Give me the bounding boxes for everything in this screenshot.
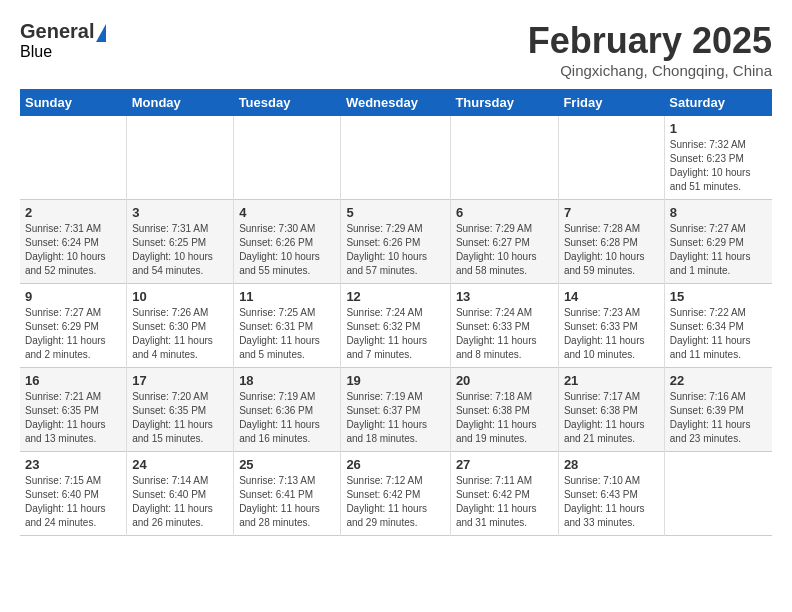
day-number: 2: [25, 205, 121, 220]
day-info: Sunrise: 7:29 AM Sunset: 6:27 PM Dayligh…: [456, 222, 553, 278]
calendar-week-row: 2Sunrise: 7:31 AM Sunset: 6:24 PM Daylig…: [20, 200, 772, 284]
calendar-cell: 8Sunrise: 7:27 AM Sunset: 6:29 PM Daylig…: [664, 200, 772, 284]
calendar-cell: 13Sunrise: 7:24 AM Sunset: 6:33 PM Dayli…: [450, 284, 558, 368]
calendar-cell: 20Sunrise: 7:18 AM Sunset: 6:38 PM Dayli…: [450, 368, 558, 452]
day-number: 21: [564, 373, 659, 388]
day-info: Sunrise: 7:12 AM Sunset: 6:42 PM Dayligh…: [346, 474, 445, 530]
calendar-subtitle: Qingxichang, Chongqing, China: [528, 62, 772, 79]
logo-triangle-icon: [96, 24, 106, 42]
day-info: Sunrise: 7:21 AM Sunset: 6:35 PM Dayligh…: [25, 390, 121, 446]
logo: General Blue: [20, 20, 106, 61]
calendar-title: February 2025: [528, 20, 772, 62]
day-of-week-header: Monday: [127, 89, 234, 116]
day-number: 14: [564, 289, 659, 304]
day-number: 8: [670, 205, 767, 220]
day-info: Sunrise: 7:24 AM Sunset: 6:33 PM Dayligh…: [456, 306, 553, 362]
day-number: 27: [456, 457, 553, 472]
calendar-cell: 16Sunrise: 7:21 AM Sunset: 6:35 PM Dayli…: [20, 368, 127, 452]
calendar-cell: [20, 116, 127, 200]
calendar-cell: [341, 116, 451, 200]
day-number: 5: [346, 205, 445, 220]
day-info: Sunrise: 7:26 AM Sunset: 6:30 PM Dayligh…: [132, 306, 228, 362]
calendar-week-row: 16Sunrise: 7:21 AM Sunset: 6:35 PM Dayli…: [20, 368, 772, 452]
day-info: Sunrise: 7:13 AM Sunset: 6:41 PM Dayligh…: [239, 474, 335, 530]
page-header: General Blue February 2025 Qingxichang, …: [20, 20, 772, 79]
logo-blue-text: Blue: [20, 43, 52, 61]
calendar-header-row: SundayMondayTuesdayWednesdayThursdayFrid…: [20, 89, 772, 116]
day-info: Sunrise: 7:18 AM Sunset: 6:38 PM Dayligh…: [456, 390, 553, 446]
calendar-week-row: 1Sunrise: 7:32 AM Sunset: 6:23 PM Daylig…: [20, 116, 772, 200]
day-of-week-header: Friday: [558, 89, 664, 116]
day-info: Sunrise: 7:32 AM Sunset: 6:23 PM Dayligh…: [670, 138, 767, 194]
day-info: Sunrise: 7:30 AM Sunset: 6:26 PM Dayligh…: [239, 222, 335, 278]
calendar-week-row: 9Sunrise: 7:27 AM Sunset: 6:29 PM Daylig…: [20, 284, 772, 368]
day-number: 28: [564, 457, 659, 472]
day-number: 26: [346, 457, 445, 472]
day-info: Sunrise: 7:27 AM Sunset: 6:29 PM Dayligh…: [25, 306, 121, 362]
calendar-cell: 27Sunrise: 7:11 AM Sunset: 6:42 PM Dayli…: [450, 452, 558, 536]
day-info: Sunrise: 7:20 AM Sunset: 6:35 PM Dayligh…: [132, 390, 228, 446]
day-number: 1: [670, 121, 767, 136]
calendar-cell: 7Sunrise: 7:28 AM Sunset: 6:28 PM Daylig…: [558, 200, 664, 284]
calendar-cell: 14Sunrise: 7:23 AM Sunset: 6:33 PM Dayli…: [558, 284, 664, 368]
day-number: 10: [132, 289, 228, 304]
day-info: Sunrise: 7:23 AM Sunset: 6:33 PM Dayligh…: [564, 306, 659, 362]
day-number: 7: [564, 205, 659, 220]
day-number: 19: [346, 373, 445, 388]
calendar-cell: 23Sunrise: 7:15 AM Sunset: 6:40 PM Dayli…: [20, 452, 127, 536]
day-info: Sunrise: 7:19 AM Sunset: 6:36 PM Dayligh…: [239, 390, 335, 446]
day-info: Sunrise: 7:11 AM Sunset: 6:42 PM Dayligh…: [456, 474, 553, 530]
day-of-week-header: Sunday: [20, 89, 127, 116]
calendar-table: SundayMondayTuesdayWednesdayThursdayFrid…: [20, 89, 772, 536]
day-number: 16: [25, 373, 121, 388]
day-info: Sunrise: 7:22 AM Sunset: 6:34 PM Dayligh…: [670, 306, 767, 362]
day-number: 24: [132, 457, 228, 472]
day-number: 4: [239, 205, 335, 220]
day-of-week-header: Wednesday: [341, 89, 451, 116]
calendar-cell: 18Sunrise: 7:19 AM Sunset: 6:36 PM Dayli…: [234, 368, 341, 452]
calendar-cell: 21Sunrise: 7:17 AM Sunset: 6:38 PM Dayli…: [558, 368, 664, 452]
calendar-cell: 5Sunrise: 7:29 AM Sunset: 6:26 PM Daylig…: [341, 200, 451, 284]
day-number: 13: [456, 289, 553, 304]
calendar-cell: 17Sunrise: 7:20 AM Sunset: 6:35 PM Dayli…: [127, 368, 234, 452]
calendar-cell: 11Sunrise: 7:25 AM Sunset: 6:31 PM Dayli…: [234, 284, 341, 368]
day-info: Sunrise: 7:19 AM Sunset: 6:37 PM Dayligh…: [346, 390, 445, 446]
calendar-cell: 3Sunrise: 7:31 AM Sunset: 6:25 PM Daylig…: [127, 200, 234, 284]
calendar-cell: 28Sunrise: 7:10 AM Sunset: 6:43 PM Dayli…: [558, 452, 664, 536]
day-info: Sunrise: 7:14 AM Sunset: 6:40 PM Dayligh…: [132, 474, 228, 530]
calendar-cell: [558, 116, 664, 200]
day-number: 25: [239, 457, 335, 472]
calendar-cell: 19Sunrise: 7:19 AM Sunset: 6:37 PM Dayli…: [341, 368, 451, 452]
day-info: Sunrise: 7:10 AM Sunset: 6:43 PM Dayligh…: [564, 474, 659, 530]
day-number: 9: [25, 289, 121, 304]
logo-general-text: General: [20, 20, 94, 43]
calendar-cell: [664, 452, 772, 536]
calendar-cell: [127, 116, 234, 200]
day-number: 17: [132, 373, 228, 388]
day-number: 12: [346, 289, 445, 304]
day-info: Sunrise: 7:25 AM Sunset: 6:31 PM Dayligh…: [239, 306, 335, 362]
day-number: 23: [25, 457, 121, 472]
day-number: 3: [132, 205, 228, 220]
day-number: 20: [456, 373, 553, 388]
day-of-week-header: Saturday: [664, 89, 772, 116]
calendar-cell: 6Sunrise: 7:29 AM Sunset: 6:27 PM Daylig…: [450, 200, 558, 284]
day-info: Sunrise: 7:28 AM Sunset: 6:28 PM Dayligh…: [564, 222, 659, 278]
calendar-cell: 26Sunrise: 7:12 AM Sunset: 6:42 PM Dayli…: [341, 452, 451, 536]
day-info: Sunrise: 7:31 AM Sunset: 6:24 PM Dayligh…: [25, 222, 121, 278]
calendar-cell: 12Sunrise: 7:24 AM Sunset: 6:32 PM Dayli…: [341, 284, 451, 368]
title-block: February 2025 Qingxichang, Chongqing, Ch…: [528, 20, 772, 79]
calendar-cell: [450, 116, 558, 200]
day-info: Sunrise: 7:24 AM Sunset: 6:32 PM Dayligh…: [346, 306, 445, 362]
day-number: 22: [670, 373, 767, 388]
day-info: Sunrise: 7:15 AM Sunset: 6:40 PM Dayligh…: [25, 474, 121, 530]
calendar-cell: 24Sunrise: 7:14 AM Sunset: 6:40 PM Dayli…: [127, 452, 234, 536]
day-number: 11: [239, 289, 335, 304]
day-number: 15: [670, 289, 767, 304]
day-of-week-header: Thursday: [450, 89, 558, 116]
day-info: Sunrise: 7:17 AM Sunset: 6:38 PM Dayligh…: [564, 390, 659, 446]
calendar-cell: 25Sunrise: 7:13 AM Sunset: 6:41 PM Dayli…: [234, 452, 341, 536]
day-number: 6: [456, 205, 553, 220]
day-info: Sunrise: 7:29 AM Sunset: 6:26 PM Dayligh…: [346, 222, 445, 278]
day-of-week-header: Tuesday: [234, 89, 341, 116]
